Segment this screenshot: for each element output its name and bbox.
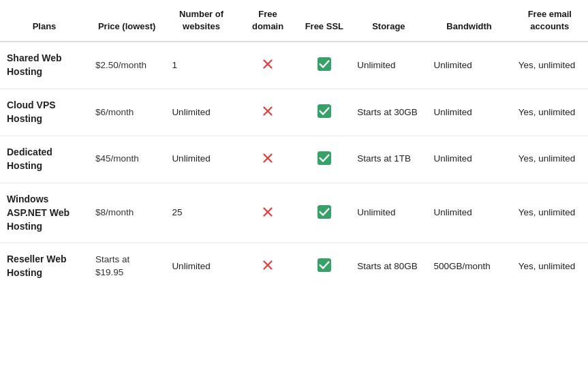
check-icon [315,102,333,120]
cell-ssl [298,243,350,290]
cell-domain [238,183,298,243]
cell-email: Yes, unlimited [512,42,588,89]
cell-bandwidth: Unlimited [427,42,512,89]
check-icon [315,256,333,274]
table-row: Reseller Web Hosting Starts at $19.95 Un… [0,243,588,290]
cell-domain [238,89,298,136]
cell-email: Yes, unlimited [512,243,588,290]
cell-storage: Unlimited [350,183,427,243]
comparison-table: Plans Price (lowest) Number of websites … [0,0,588,290]
cell-domain [238,243,298,290]
col-header-storage: Storage [350,0,427,42]
cell-email: Yes, unlimited [512,89,588,136]
col-header-plans: Plans [0,0,89,42]
table-row: Shared Web Hosting $2.50/month 1 Unlimit… [0,42,588,89]
cell-email: Yes, unlimited [512,183,588,243]
cell-domain [238,42,298,89]
cell-storage: Unlimited [350,42,427,89]
cross-icon [259,102,277,120]
cell-plan-name: Shared Web Hosting [0,42,89,89]
col-header-email: Free email accounts [512,0,588,42]
cell-domain [238,136,298,183]
cell-price: Starts at $19.95 [89,243,165,290]
cell-storage: Starts at 1TB [350,136,427,183]
col-header-domain: Free domain [238,0,298,42]
cross-icon [259,203,277,221]
cell-price: $45/month [89,136,165,183]
cell-ssl [298,42,350,89]
check-icon [315,203,333,221]
cell-email: Yes, unlimited [512,136,588,183]
cell-websites: 25 [165,183,237,243]
col-header-ssl: Free SSL [298,0,350,42]
cell-storage: Starts at 30GB [350,89,427,136]
table-row: Windows ASP.NET Web Hosting $8/month 25 … [0,183,588,243]
cross-icon [259,149,277,167]
check-icon [315,149,333,167]
cell-websites: Unlimited [165,243,237,290]
cell-ssl [298,89,350,136]
table-row: Dedicated Hosting $45/month Unlimited St… [0,136,588,183]
cell-websites: Unlimited [165,89,237,136]
cross-icon [259,55,277,73]
col-header-price: Price (lowest) [89,0,165,42]
cell-websites: Unlimited [165,136,237,183]
cell-price: $6/month [89,89,165,136]
cell-price: $2.50/month [89,42,165,89]
cell-price: $8/month [89,183,165,243]
cell-storage: Starts at 80GB [350,243,427,290]
cell-plan-name: Windows ASP.NET Web Hosting [0,183,89,243]
cell-plan-name: Cloud VPS Hosting [0,89,89,136]
col-header-bandwidth: Bandwidth [427,0,512,42]
cell-bandwidth: Unlimited [427,89,512,136]
cell-plan-name: Dedicated Hosting [0,136,89,183]
cell-websites: 1 [165,42,237,89]
cell-ssl [298,183,350,243]
table-row: Cloud VPS Hosting $6/month Unlimited Sta… [0,89,588,136]
cell-plan-name: Reseller Web Hosting [0,243,89,290]
cell-bandwidth: Unlimited [427,136,512,183]
col-header-websites: Number of websites [165,0,237,42]
cell-bandwidth: Unlimited [427,183,512,243]
check-icon [315,55,333,73]
cell-ssl [298,136,350,183]
cross-icon [259,256,277,274]
cell-bandwidth: 500GB/month [427,243,512,290]
